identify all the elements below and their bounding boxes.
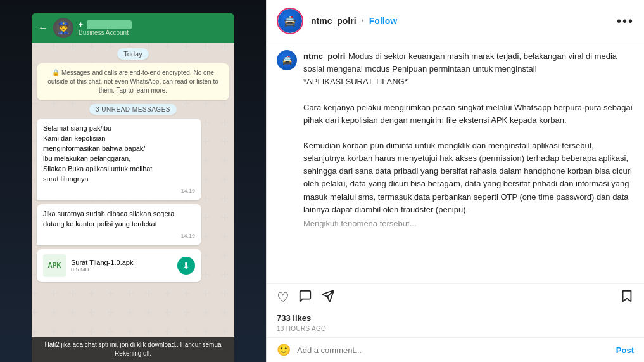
wa-plus-sign: +: [79, 20, 83, 29]
ig-profile-avatar[interactable]: 🚔: [277, 8, 303, 34]
ig-caption-body: Modus di sektor keuangan masih marak ter…: [303, 51, 633, 214]
instagram-post-panel: 🚔 ntmc_polri • Follow ••• 🚔 ntmc_polri M…: [266, 0, 644, 362]
ig-post-content: 🚔 ntmc_polri Modus di sektor keuangan ma…: [267, 42, 644, 283]
ig-caption-text-area: ntmc_polri Modus di sektor keuangan masi…: [303, 50, 634, 276]
ig-caption-username[interactable]: ntmc_polri: [303, 51, 345, 61]
ig-share-icon[interactable]: [321, 289, 335, 307]
wa-apk-file-bubble: APK Surat Tilang-1.0.apk 8,5 MB ⬇: [37, 249, 201, 282]
ig-comment-icon[interactable]: [298, 289, 312, 307]
ig-post-timestamp: 13 HOURS AGO: [267, 325, 644, 337]
svg-marker-2: [623, 291, 631, 302]
wa-download-button[interactable]: ⬇: [177, 257, 195, 275]
wa-date-badge: Today: [117, 48, 148, 60]
wa-bubble-2-text: Jika suratnya sudah dibaca silakan seger…: [43, 209, 195, 229]
ig-header-username-area: ntmc_polri • Follow: [311, 16, 609, 26]
wa-encryption-notice: 🔒 Messages and calls are end-to-end encr…: [37, 63, 229, 100]
wa-message-bubble-2: Jika suratnya sudah dibaca silakan seger…: [37, 204, 201, 245]
wa-back-arrow-icon: ←: [38, 22, 48, 34]
wa-overlay-warning-text: Hati2 jika ada chat spti ini, jon di kli…: [32, 337, 234, 362]
ig-emoji-icon[interactable]: 🙂: [277, 343, 291, 357]
wa-bubble-2-time: 14.19: [43, 232, 195, 240]
ig-comment-input[interactable]: [297, 346, 610, 355]
wa-apk-info: Surat Tilang-1.0.apk 8,5 MB: [71, 259, 172, 273]
ig-like-icon[interactable]: ♡: [277, 290, 289, 306]
wa-apk-filename: Surat Tilang-1.0.apk: [71, 259, 172, 266]
ig-action-bar: ♡: [267, 283, 644, 312]
wa-header-bar: ← 👮 + •••••••• Business Account: [32, 13, 234, 43]
wa-bubble-1-text: Selamat siang pak/ibu Kami dari kepolisi…: [43, 124, 195, 184]
ig-comment-section: 🙂 Post: [267, 337, 644, 362]
ig-avatar-image: 🚔: [278, 9, 302, 33]
ig-more-caption-text[interactable]: Mengikuti fenomena tersebut...: [303, 219, 634, 228]
ig-follow-button[interactable]: Follow: [369, 16, 397, 26]
ig-bookmark-icon[interactable]: [620, 289, 634, 307]
wa-business-label: Business Account: [79, 29, 228, 36]
ig-post-comment-button[interactable]: Post: [616, 346, 634, 355]
wa-apk-icon: APK: [43, 254, 66, 277]
ig-header-separator: •: [362, 16, 364, 25]
wa-chat-area: Today 🔒 Messages and calls are end-to-en…: [32, 43, 234, 362]
wa-avatar-image: 👮: [53, 18, 73, 38]
wa-contact-name-blurred: ••••••••: [87, 20, 132, 29]
ig-likes-count: 733 likes: [267, 312, 644, 325]
wa-header-info: + •••••••• Business Account: [79, 20, 228, 36]
wa-apk-filesize: 8,5 MB: [71, 266, 172, 273]
ig-username-label[interactable]: ntmc_polri: [311, 16, 357, 26]
ig-more-options-button[interactable]: •••: [617, 14, 634, 29]
wa-bubble-1-time: 14.19: [43, 187, 195, 195]
wa-contact-avatar: 👮: [53, 18, 73, 38]
ig-post-header: 🚔 ntmc_polri • Follow •••: [267, 0, 644, 42]
ig-caption-avatar[interactable]: 🚔: [277, 50, 297, 70]
whatsapp-screenshot-panel: ← 👮 + •••••••• Business Account Today 🔒 …: [0, 0, 266, 362]
wa-unread-badge: 3 UNREAD MESSAGES: [89, 104, 177, 115]
wa-message-bubble-1: Selamat siang pak/ibu Kami dari kepolisi…: [37, 119, 201, 200]
whatsapp-chat-screen: ← 👮 + •••••••• Business Account Today 🔒 …: [0, 0, 266, 362]
